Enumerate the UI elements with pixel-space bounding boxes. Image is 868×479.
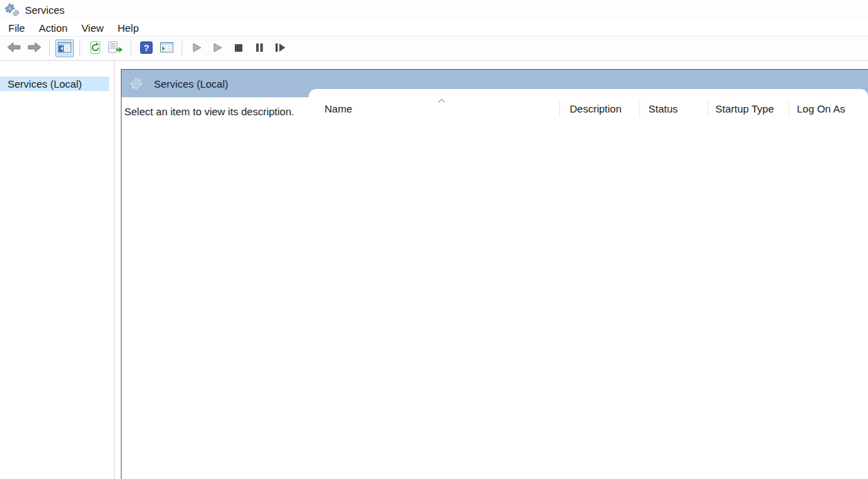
menu-action[interactable]: Action bbox=[32, 21, 75, 35]
menu-view[interactable]: View bbox=[75, 21, 110, 35]
help-icon: ? bbox=[140, 41, 153, 56]
refresh-icon bbox=[89, 41, 102, 56]
refresh-button[interactable] bbox=[86, 39, 104, 57]
export-list-button[interactable] bbox=[106, 39, 125, 57]
app-body: Services (Local) Services (Local) Select… bbox=[0, 61, 868, 479]
action-pane-icon bbox=[160, 42, 173, 55]
sidebar-item-label: Services (Local) bbox=[8, 78, 82, 90]
stop-icon bbox=[234, 43, 243, 55]
toolbar-separator bbox=[182, 41, 182, 56]
restart-service-button[interactable] bbox=[271, 39, 289, 57]
back-button[interactable] bbox=[4, 39, 23, 57]
restart-icon bbox=[275, 43, 286, 55]
menu-help[interactable]: Help bbox=[110, 21, 146, 35]
show-action-pane-button[interactable] bbox=[157, 39, 176, 57]
services-window: { "window": { "title": "Services", "app_… bbox=[0, 0, 868, 479]
services-gear-icon-header bbox=[131, 78, 142, 90]
column-header-name[interactable]: Name bbox=[309, 100, 559, 117]
menu-bar: File Action View Help bbox=[0, 19, 868, 37]
column-header-log-on-as[interactable]: Log On As bbox=[789, 100, 868, 117]
services-list-panel: Name Description Status Startup Type Log… bbox=[309, 89, 868, 479]
menu-file[interactable]: File bbox=[1, 21, 32, 35]
column-header-startup-type[interactable]: Startup Type bbox=[708, 100, 789, 117]
console-tree-sidebar: Services (Local) bbox=[0, 61, 115, 479]
show-console-tree-button[interactable] bbox=[55, 39, 74, 57]
stop-service-button[interactable] bbox=[229, 39, 248, 57]
title-bar: Services bbox=[0, 0, 868, 19]
services-gears-icon bbox=[5, 3, 20, 17]
arrow-left-icon bbox=[7, 42, 21, 55]
sort-ascending-icon bbox=[437, 94, 446, 106]
list-header: Name Description Status Startup Type Log… bbox=[309, 89, 868, 121]
export-list-icon bbox=[108, 41, 123, 55]
main-pane: Services (Local) Select an item to view … bbox=[121, 69, 868, 479]
services-rows bbox=[309, 121, 868, 479]
toolbar-separator bbox=[49, 41, 50, 56]
description-pane-hint: Select an item to view its description. bbox=[124, 106, 294, 117]
window-title: Services bbox=[25, 4, 65, 16]
column-header-description[interactable]: Description bbox=[559, 100, 639, 117]
console-tree-icon bbox=[58, 42, 71, 55]
help-button[interactable]: ? bbox=[137, 39, 155, 57]
svg-text:?: ? bbox=[144, 42, 149, 52]
toolbar-separator bbox=[79, 41, 80, 56]
toolbar: ? bbox=[0, 37, 868, 61]
main-pane-title: Services (Local) bbox=[154, 78, 229, 90]
play-icon bbox=[193, 43, 202, 55]
resume-service-button[interactable] bbox=[209, 39, 227, 57]
column-header-status[interactable]: Status bbox=[639, 100, 708, 117]
toolbar-separator bbox=[131, 41, 131, 56]
pause-icon bbox=[255, 43, 264, 55]
start-service-button[interactable] bbox=[188, 39, 206, 57]
forward-button[interactable] bbox=[25, 39, 44, 57]
play-icon bbox=[213, 43, 222, 55]
arrow-right-icon bbox=[28, 42, 41, 55]
sidebar-item-services-local[interactable]: Services (Local) bbox=[0, 77, 109, 91]
pause-service-button[interactable] bbox=[250, 39, 269, 57]
